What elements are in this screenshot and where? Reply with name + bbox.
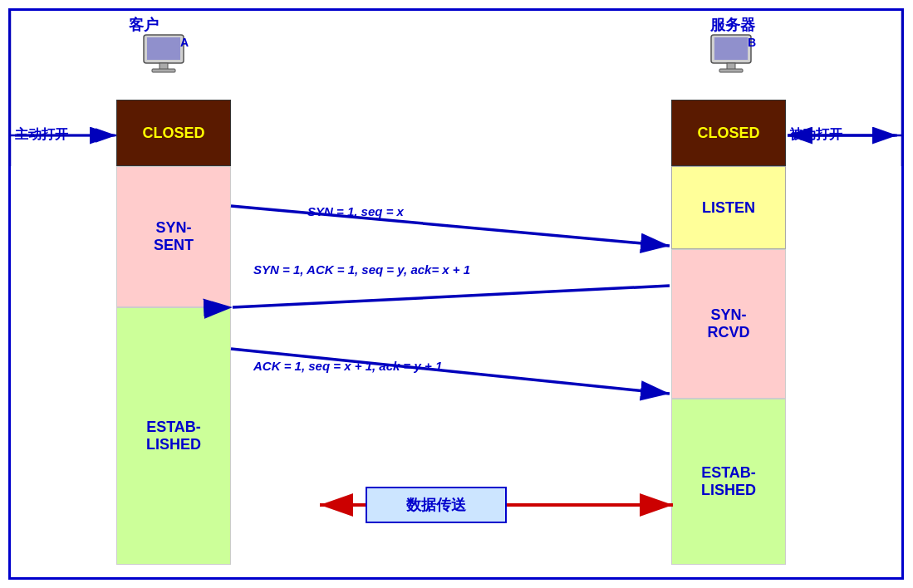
state-syn-sent: SYN- SENT (116, 166, 231, 307)
state-listen: LISTEN (671, 166, 786, 249)
svg-text:A: A (180, 36, 189, 49)
state-closed-left: CLOSED (116, 100, 231, 166)
passive-open-label: 被动打开 (789, 126, 842, 144)
svg-line-19 (233, 286, 670, 307)
svg-rect-8 (719, 69, 743, 72)
client-label: 客户 (129, 15, 159, 35)
client-computer-icon: A (137, 33, 195, 82)
svg-text:B: B (748, 36, 756, 49)
svg-rect-1 (147, 37, 180, 60)
state-syn-rcvd: SYN- RCVD (671, 249, 786, 399)
state-established-left: ESTAB- LISHED (116, 307, 231, 565)
server-computer-icon: B (704, 33, 763, 82)
data-transfer-box: 数据传送 (366, 487, 507, 523)
state-closed-right: CLOSED (671, 100, 786, 166)
svg-rect-3 (152, 69, 175, 72)
diagram-container: 客户 A 服务器 B CLOSED CLOSED (0, 0, 913, 588)
svg-line-18 (231, 206, 670, 246)
syn-arrow-label: SYN = 1, seq = x (307, 204, 404, 218)
state-established-right: ESTAB- LISHED (671, 399, 786, 565)
syn-ack-arrow-label: SYN = 1, ACK = 1, seq = y, ack= x + 1 (253, 262, 470, 277)
ack-arrow-label: ACK = 1, seq = x + 1, ack = y + 1 (253, 359, 442, 373)
svg-rect-6 (714, 37, 748, 60)
server-label: 服务器 (710, 15, 755, 35)
active-open-label: 主动打开 (15, 126, 68, 144)
